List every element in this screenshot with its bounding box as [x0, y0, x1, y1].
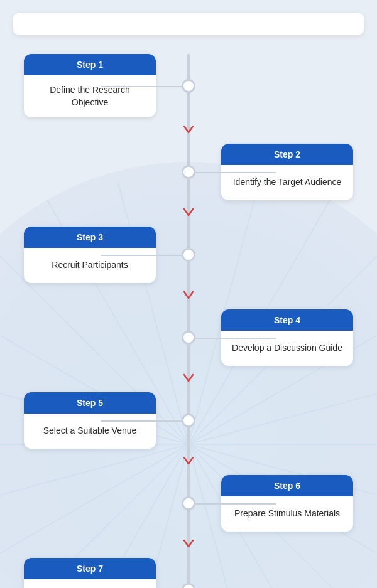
connector-circle-4 — [182, 331, 195, 345]
arrow-down-2 — [181, 204, 196, 222]
flow-container: Step 1Define the Research Objective Step… — [13, 54, 364, 588]
step-label-4: Step 4 — [274, 315, 300, 325]
arrow-segment-6 — [13, 532, 364, 558]
arrow-down-6 — [181, 535, 196, 553]
h-line-1 — [101, 86, 182, 87]
arrow-down-3 — [181, 287, 196, 304]
connector-circle-3 — [182, 248, 195, 262]
arrow-down-4 — [181, 370, 196, 387]
step-body-4: Develop a Discussion Guide — [221, 331, 353, 366]
step-label-5: Step 5 — [77, 398, 103, 408]
h-line-5 — [101, 420, 182, 422]
arrow-down-1 — [181, 121, 196, 139]
step-label-6: Step 6 — [274, 481, 300, 491]
step-body-2: Identify the Target Audience — [221, 165, 353, 200]
arrow-segment-5 — [13, 449, 364, 475]
connector-circle-5 — [182, 414, 195, 427]
arrow-segment-3 — [13, 283, 364, 309]
h-line-4 — [195, 338, 276, 339]
step-row-4: Step 4Develop a Discussion Guide — [13, 309, 364, 366]
step-body-3: Recruit Participants — [24, 248, 156, 283]
step-label-7: Step 7 — [77, 564, 103, 574]
connector-circle-7 — [182, 583, 195, 588]
arrow-segment-4 — [13, 366, 364, 392]
step-row-1: Step 1Define the Research Objective — [13, 54, 364, 117]
step-row-3: Step 3Recruit Participants — [13, 227, 364, 283]
step-row-6: Step 6Prepare Stimulus Materials — [13, 475, 364, 532]
h-line-2 — [195, 172, 276, 173]
arrow-segment-1 — [13, 117, 364, 144]
step-body-1: Define the Research Objective — [24, 75, 156, 117]
step-row-5: Step 5Select a Suitable Venue — [13, 392, 364, 449]
connector-circle-1 — [182, 79, 195, 93]
step-body-7: Conduct the Focus Group Session — [24, 579, 156, 588]
arrow-segment-2 — [13, 200, 364, 227]
h-line-6 — [195, 503, 276, 505]
step-label-2: Step 2 — [274, 149, 300, 159]
step-row-2: Step 2Identify the Target Audience — [13, 144, 364, 200]
step-label-3: Step 3 — [77, 232, 103, 242]
step-body-6: Prepare Stimulus Materials — [221, 496, 353, 532]
connector-circle-2 — [182, 165, 195, 179]
arrow-down-5 — [181, 452, 196, 470]
h-line-3 — [101, 255, 182, 256]
step-body-5: Select a Suitable Venue — [24, 414, 156, 449]
connector-circle-6 — [182, 496, 195, 510]
step-label-1: Step 1 — [77, 60, 103, 70]
title-box — [13, 13, 364, 35]
step-card-7: Step 7Conduct the Focus Group Session — [24, 558, 156, 588]
step-row-7: Step 7Conduct the Focus Group Session — [13, 558, 364, 588]
